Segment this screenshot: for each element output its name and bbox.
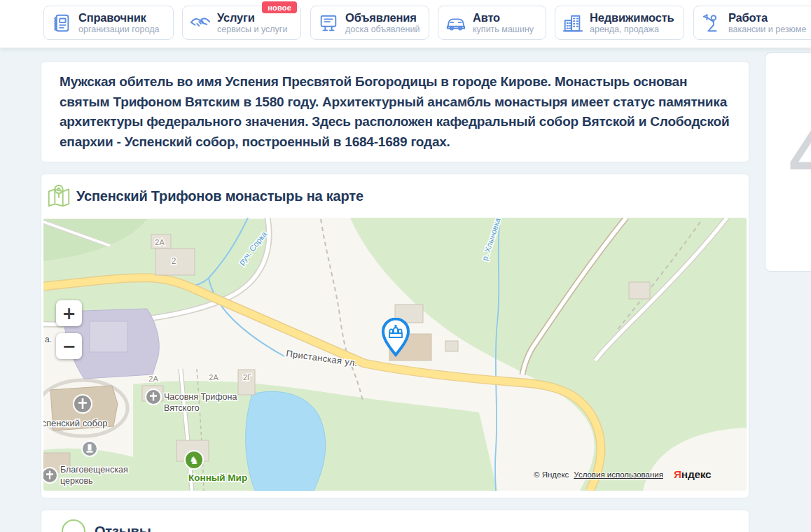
cathedral-cross-icon	[74, 395, 92, 413]
about-text: Мужская обитель во имя Успения Пресвятой…	[60, 72, 730, 152]
rating-number: 4	[789, 119, 811, 190]
nav-card-realty[interactable]: Недвижимость аренда, продажа	[555, 6, 684, 40]
nav-card-text: Справочник организации города	[78, 11, 159, 34]
nav-card-directory[interactable]: Справочник организации города	[43, 6, 174, 40]
map-label-cathedral: Успенский собор	[43, 418, 107, 428]
rating-card: 4	[765, 52, 811, 272]
nav-title: Справочник	[78, 11, 159, 24]
nav-title: Авто	[473, 11, 534, 24]
terms-of-use-link[interactable]: Условия использования	[574, 470, 663, 479]
map-attribution: © Яндекс Условия использования Яндекс	[534, 468, 711, 481]
reviews-card: Отзывы	[41, 510, 749, 532]
reviews-title: Отзывы	[95, 524, 151, 532]
handshake-icon	[190, 13, 211, 34]
billboard-icon	[318, 13, 339, 34]
chapel-cross-icon	[146, 389, 161, 405]
monument-icon	[82, 441, 97, 456]
buildings-icon	[562, 13, 583, 34]
map-label-horse-club: Конный Мир	[188, 472, 247, 483]
car-icon	[445, 13, 466, 34]
nav-card-jobs[interactable]: Работа вакансии и резюме	[693, 6, 811, 40]
nav-card-text: Недвижимость аренда, продажа	[590, 11, 674, 34]
top-navigation-bar: Справочник организации города новое Услу…	[0, 0, 811, 48]
copyright-text: © Яндекс	[534, 470, 569, 479]
map-label-house-2a-mid: 2А	[148, 374, 158, 383]
map-zoom-out-button[interactable]: −	[56, 333, 82, 359]
reviews-icon	[61, 519, 86, 532]
church-cross-icon	[43, 468, 57, 483]
map-label-chapel-2: Вятского	[164, 403, 200, 413]
map-pin-icon	[46, 183, 72, 209]
map-placemark-pin[interactable]	[380, 318, 411, 357]
map-card-header: Успенский Трифонов монастырь на карте	[46, 183, 363, 209]
nav-subtitle: организации города	[78, 24, 159, 34]
nav-card-classifieds[interactable]: Объявления доска объявлений	[310, 6, 429, 40]
nav-subtitle: вакансии и резюме	[728, 24, 806, 34]
about-card: Мужская обитель во имя Успения Пресвятой…	[41, 61, 749, 162]
nav-title: Объявления	[345, 11, 420, 24]
directory-book-icon	[51, 13, 72, 34]
map-label-street-partial: а.	[45, 335, 53, 344]
reviews-header: Отзывы	[61, 519, 151, 532]
nav-card-services[interactable]: новое Услуги сервисы и услуги	[182, 6, 301, 40]
map-zoom-in-button[interactable]: +	[56, 300, 82, 326]
page: Справочник организации города новое Услу…	[0, 0, 811, 532]
nav-card-text: Объявления доска объявлений	[345, 11, 420, 34]
map-label-church-1: Благовещенская	[60, 465, 128, 475]
map-card: Успенский Трифонов монастырь на карте	[41, 174, 749, 498]
nav-subtitle: купить машину	[473, 24, 534, 34]
nav-card-text: Работа вакансии и резюме	[728, 11, 806, 34]
nav-subtitle: доска объявлений	[345, 24, 420, 34]
nav-card-auto[interactable]: Авто купить машину	[438, 6, 546, 40]
nav-subtitle: сервисы и услуги	[217, 24, 287, 34]
worker-flag-icon	[701, 13, 722, 34]
map-section-title: Успенский Трифонов монастырь на карте	[76, 188, 363, 204]
map-label-church-2: церковь	[60, 476, 93, 486]
nav-subtitle: аренда, продажа	[590, 24, 674, 34]
svg-text:♞: ♞	[189, 454, 198, 467]
new-badge: новое	[262, 1, 297, 13]
horse-club-icon: ♞	[185, 451, 203, 469]
nav-card-text: Авто купить машину	[473, 11, 534, 34]
map-label-house-2a-top: 2А	[155, 238, 165, 246]
map-label-chapel-1: Часовня Трифона	[164, 392, 237, 402]
map-label-house-2a-right: 2А	[209, 373, 219, 382]
map-label-house-2: 2	[172, 256, 176, 266]
nav-title: Работа	[728, 11, 806, 24]
map-label-house-2g: 2Г	[243, 373, 251, 382]
nav-card-text: Услуги сервисы и услуги	[217, 11, 287, 34]
yandex-logo[interactable]: Яндекс	[674, 468, 711, 481]
yandex-map[interactable]: ♞ 2А 2 руч. Сорка р. Хлыновка Пристанска…	[43, 218, 747, 491]
nav-title: Недвижимость	[590, 11, 674, 24]
